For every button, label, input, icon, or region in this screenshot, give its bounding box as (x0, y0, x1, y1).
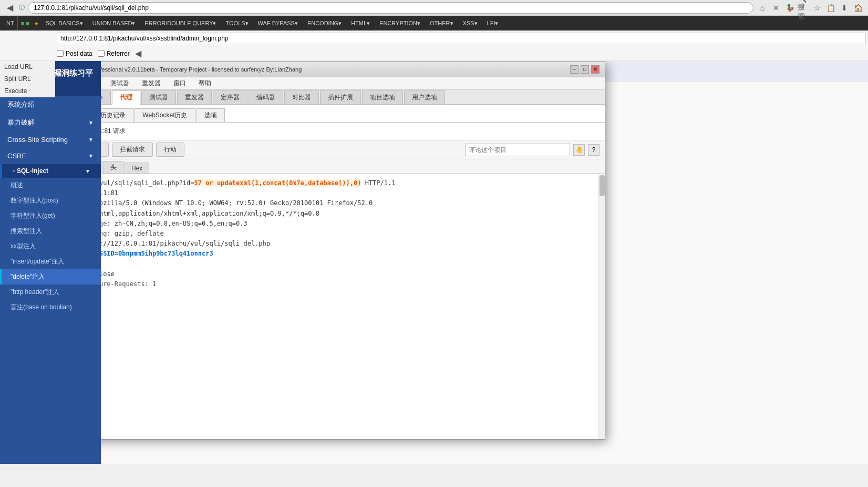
close-button[interactable]: ✕ (591, 65, 600, 74)
toolbar-lfi[interactable]: LFI▾ (483, 19, 503, 28)
security-indicator: ⓘ (19, 4, 25, 12)
toolbar-other[interactable]: OTHER▾ (426, 19, 458, 28)
sidebar-item-xx[interactable]: xx型注入 (0, 239, 101, 254)
menu-tester[interactable]: 测试器 (105, 78, 135, 89)
split-url-button[interactable]: Split URL (0, 73, 55, 85)
sidebar-item-delete[interactable]: "delete"注入 (0, 269, 101, 285)
duck-icon[interactable]: 🦆 (784, 2, 795, 14)
dnt-header: DNT: 1 (101, 259, 598, 269)
sidebar-csrf[interactable]: CSRF ▼ (0, 148, 101, 164)
burp-request-tabs: Raw 参数 头 Hex (101, 159, 605, 174)
tab-repeater[interactable]: 重发器 (177, 90, 212, 104)
referrer-checkbox[interactable]: Referrer (98, 50, 130, 57)
chevron-icon: ▼ (88, 120, 94, 126)
address-bar[interactable]: 127.0.0.1:81/pikachu/vul/sqli/sqli_del.p… (28, 2, 753, 14)
browser-actions: ⌂ ✕ 🦆 🔍 搜索 ☆ 📋 ⬇ 🏠 (757, 2, 864, 14)
referer-header: Referer: http://127.0.0.1:81/pikachu/vul… (101, 239, 598, 249)
execute-button[interactable]: Execute (0, 85, 55, 97)
url-input[interactable] (57, 33, 866, 44)
sidebar-item-insert-update[interactable]: "insert/update"注入 (0, 254, 101, 269)
sidebar-item-http-header[interactable]: "http header"注入 (0, 285, 101, 300)
tab-target[interactable]: 目标 (101, 90, 111, 104)
sidebar-brute[interactable]: 暴力破解 ▼ (0, 114, 101, 131)
intercept-button[interactable]: 拦截请求 (112, 143, 153, 157)
back-button[interactable]: ◀ (4, 2, 16, 14)
toolbar-xss[interactable]: XSS▾ (459, 19, 482, 28)
burp-intercept-bar: ✏ http://127.0.0.1:81 请求 (101, 123, 605, 140)
menu-repeater[interactable]: 重发器 (137, 78, 166, 89)
bookmark-icon[interactable]: 📋 (825, 2, 836, 14)
tab-scanner[interactable]: 测试器 (141, 90, 176, 104)
hand-icon[interactable]: 🤚 (573, 144, 585, 156)
sidebar-item-search[interactable]: 搜索型注入 (0, 224, 101, 239)
scrollbar[interactable] (598, 174, 605, 439)
accept-language-header: Accept-Language: zh-CN,zh;q=0.8,en-US;q=… (101, 219, 598, 229)
toolbar-sql-basics[interactable]: SQL BASICS▾ (42, 19, 87, 28)
req-tab-hex[interactable]: Hex (125, 163, 149, 174)
toolbar-union-based[interactable]: UNION BASED▾ (88, 19, 140, 28)
sidebar-intro[interactable]: 系统介绍 (0, 96, 101, 114)
request-line: GET /pikachu/vul/sqli/sqli_del.php?id=57… (101, 178, 598, 188)
main-layout: 🔍 Pikachu 漏洞练习平台 pika 系统介绍 暴力破解 ▼ Cross-… (0, 61, 868, 464)
burp-request-body[interactable]: GET /pikachu/vul/sqli/sqli_del.php?id=57… (101, 174, 605, 439)
burp-title-text: Burp Suite Professional v2.0.11beta - Te… (101, 66, 302, 73)
search-input[interactable] (465, 144, 570, 156)
options-row: Post data Referrer ◀ (0, 46, 868, 61)
scrollbar-thumb[interactable] (600, 175, 605, 196)
tab-options[interactable]: 选项 (197, 108, 225, 122)
tab-user-options[interactable]: 用户选项 (404, 90, 445, 104)
tab-http-history[interactable]: HTTP历史记录 (101, 108, 133, 122)
sidebar-item-num-post[interactable]: 数字型注入(post) (0, 193, 101, 208)
sidebar-item-overview[interactable]: 概述 (0, 178, 101, 193)
burp-suite-window: B Burp Suite Professional v2.0.11beta - … (101, 61, 605, 440)
host-header: Host: 127.0.0.1:81 (101, 188, 598, 198)
toolbar-tools[interactable]: TOOLS▾ (222, 19, 253, 28)
cookie-header: Cookie: PHPSESSID=0bnpmm5ihp9bc73lq41onn… (101, 249, 598, 259)
sidebar-item-blindbool[interactable]: 盲注(base on boolian) (0, 300, 101, 315)
req-tab-headers[interactable]: 头 (104, 161, 123, 174)
menu-window[interactable]: 窗口 (168, 78, 191, 89)
download-icon[interactable]: ⬇ (839, 2, 850, 14)
toolbar-error-double[interactable]: ERROR/DOUBLE QUERY▾ (141, 19, 221, 28)
menu-project[interactable]: Project (101, 79, 103, 88)
toolbar-waf-bypass[interactable]: WAF BYPASS▾ (254, 19, 302, 28)
upgrade-insecure-header: Upgrade-Insecure-Requests: 1 (101, 279, 598, 289)
search-icon[interactable]: 🔍 搜索 (798, 2, 809, 14)
drop-button[interactable]: 废包 (101, 143, 109, 157)
tab-websocket-history[interactable]: WebSocket历史 (135, 108, 195, 122)
tab-sequencer[interactable]: 定序器 (213, 90, 247, 104)
tab-extender[interactable]: 插件扩展 (320, 90, 361, 104)
home2-icon[interactable]: 🏠 (852, 2, 864, 14)
post-data-checkbox[interactable]: Post data (57, 50, 92, 57)
minimize-button[interactable]: ─ (570, 65, 578, 74)
toolbar-encoding[interactable]: ENCODING▾ (303, 19, 346, 28)
url-row (0, 31, 868, 46)
green-dot: ■ ■ (19, 20, 32, 26)
help-icon[interactable]: ? (588, 144, 600, 156)
accept-header: Accept: text/html,application/xhtml+xml,… (101, 209, 598, 219)
menu-help[interactable]: 帮助 (193, 78, 216, 89)
tab-decoder[interactable]: 编码器 (249, 90, 283, 104)
close-tab-icon[interactable]: ✕ (770, 2, 782, 14)
home-icon[interactable]: ⌂ (757, 2, 768, 14)
intercept-url: http://127.0.0.1:81 请求 (101, 127, 126, 136)
star-icon[interactable]: ☆ (811, 2, 823, 14)
action-button[interactable]: 行动 (156, 143, 184, 157)
req-tab-params[interactable]: 参数 (101, 161, 102, 174)
chevron-icon: ▼ (88, 153, 94, 159)
sidebar-xss[interactable]: Cross-Site Scripting ▼ (0, 131, 101, 148)
maximize-button[interactable]: □ (581, 65, 589, 74)
tab-comparer[interactable]: 对比器 (284, 90, 319, 104)
sidebar-sqlinject[interactable]: - SQL-Inject ▼ (0, 164, 101, 178)
sidebar-item-char-get[interactable]: 字符型注入(get) (0, 208, 101, 224)
window-controls: ─ □ ✕ (570, 65, 600, 74)
side-buttons: Load URL Split URL Execute (0, 61, 55, 97)
toolbar-html[interactable]: HTML▾ (347, 19, 374, 28)
connection-header: Connection: close (101, 269, 598, 279)
burp-action-bar: 放包 废包 拦截请求 行动 🤚 ? (101, 140, 605, 159)
toolbar-label: NT (3, 16, 18, 31)
toolbar-encryption[interactable]: ENCRYPTION▾ (375, 19, 425, 28)
load-url-button[interactable]: Load URL (0, 61, 55, 73)
tab-project-options[interactable]: 项目选项 (362, 90, 403, 104)
tab-proxy[interactable]: 代理 (112, 90, 140, 105)
